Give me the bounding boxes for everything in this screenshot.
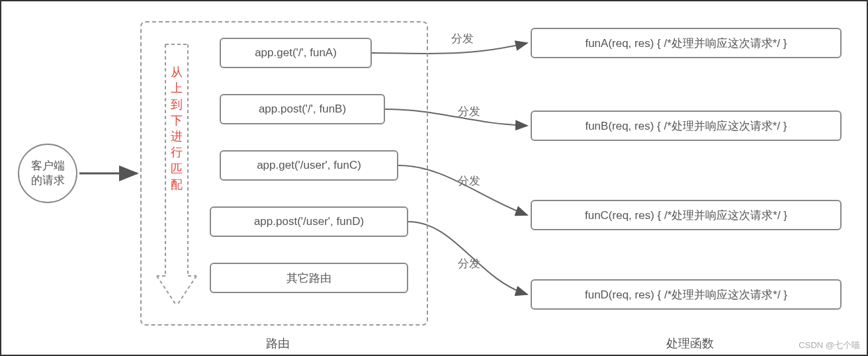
handler-funB: funB(req, res) { /*处理并响应这次请求*/ } — [531, 111, 842, 141]
dispatch-label-2: 分发 — [458, 104, 480, 119]
route-item-get-user: app.get('/user', funC) — [220, 150, 398, 181]
route-item-get-root: app.get('/', funA) — [220, 38, 372, 68]
dispatch-label-4: 分发 — [458, 256, 480, 271]
route-item-other: 其它路由 — [210, 263, 408, 293]
watermark: CSDN @七个喵 — [799, 339, 860, 351]
route-item-post-root: app.post('/', funB) — [220, 94, 385, 124]
client-request-node: 客户端 的请求 — [18, 144, 77, 203]
client-label: 客户端 的请求 — [31, 159, 65, 188]
svg-line-7 — [157, 276, 177, 306]
handler-funD: funD(req, res) { /*处理并响应这次请求*/ } — [531, 279, 842, 310]
dispatch-label-1: 分发 — [451, 31, 474, 46]
handler-funC: funC(req, res) { /*处理并响应这次请求*/ } — [531, 200, 842, 230]
svg-line-8 — [177, 276, 196, 306]
down-arrow-icon — [153, 38, 200, 316]
route-item-post-user: app.post('/user', funD) — [210, 206, 408, 237]
section-label-route: 路由 — [266, 335, 290, 351]
dispatch-label-3: 分发 — [458, 173, 480, 189]
handler-funA: funA(req, res) { /*处理并响应这次请求*/ } — [531, 28, 842, 58]
section-label-handler: 处理函数 — [666, 335, 714, 351]
